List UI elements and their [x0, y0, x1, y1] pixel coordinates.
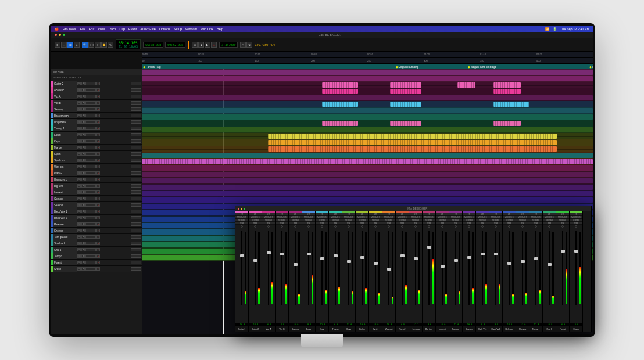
track-header[interactable]: AcousticSM● — [51, 87, 142, 93]
fader-cap[interactable] — [521, 260, 525, 263]
automation-mode[interactable] — [131, 159, 141, 162]
solo-button[interactable]: S — [77, 139, 81, 143]
mute-button[interactable]: M — [81, 82, 85, 85]
rec-arm-button[interactable]: ● — [96, 184, 100, 188]
fader-cap[interactable] — [507, 262, 511, 265]
rec-arm-button[interactable]: ● — [96, 114, 100, 117]
selector-tool-button[interactable]: I — [95, 42, 101, 48]
rec-arm-button[interactable]: ● — [96, 152, 100, 156]
fader-slot[interactable] — [455, 231, 456, 305]
channel-strip[interactable]: I/OMIX BUS Cno groupread-6.2Vox A — [262, 211, 276, 332]
track-view-selector[interactable] — [85, 95, 96, 98]
automation-mode[interactable] — [131, 114, 141, 117]
automation-mode[interactable] — [131, 152, 141, 156]
rec-arm-button[interactable]: ● — [96, 165, 100, 168]
pan-knob[interactable] — [575, 225, 577, 228]
rec-arm-button[interactable]: ● — [96, 171, 100, 175]
pan-knob[interactable] — [334, 225, 337, 228]
grabber-tool-button[interactable]: ✋ — [101, 42, 107, 48]
menu-item[interactable]: Help — [217, 27, 223, 31]
fader-cap[interactable] — [240, 254, 244, 257]
rec-arm-button[interactable]: ● — [96, 235, 100, 239]
solo-button[interactable]: S — [77, 254, 81, 258]
track-name[interactable]: Acoustic — [53, 87, 77, 93]
automation-mode[interactable] — [131, 235, 141, 239]
channel-name[interactable]: Sammy — [289, 326, 302, 332]
track-header[interactable]: Piano2SM● — [51, 170, 142, 177]
menu-item[interactable]: AudioSuite — [140, 27, 156, 31]
track-view-selector[interactable] — [85, 184, 96, 188]
solo-button[interactable]: S — [77, 114, 81, 117]
fader-slot[interactable] — [482, 231, 483, 305]
track-name[interactable]: Season — [53, 202, 77, 208]
solo-button[interactable]: S — [77, 146, 81, 149]
fader-slot[interactable] — [468, 231, 470, 305]
timeline-ruler[interactable]: 00:1000:2000:3000:4000:5001:0001:1001:20… — [142, 52, 593, 64]
pan-knob[interactable] — [495, 225, 497, 228]
track-view-selector[interactable] — [85, 165, 96, 168]
automation-mode[interactable] — [131, 146, 141, 149]
channel-name[interactable]: Vox A — [262, 326, 275, 332]
pan-knob[interactable] — [441, 225, 443, 228]
rewind-button[interactable]: ⏮ — [192, 42, 198, 48]
solo-button[interactable]: S — [77, 222, 81, 226]
menu-item[interactable]: View — [98, 27, 105, 31]
automation-mode[interactable] — [131, 133, 141, 136]
slip-mode-button[interactable]: ↔ — [61, 42, 67, 48]
solo-button[interactable]: S — [77, 235, 81, 239]
audio-clip[interactable] — [322, 89, 358, 94]
track-name[interactable]: Back Vox 1 — [53, 208, 77, 214]
track-name[interactable]: harvest — [53, 189, 77, 195]
audio-clip[interactable] — [142, 165, 593, 171]
channel-name[interactable]: Marker — [356, 326, 368, 332]
mute-button[interactable]: M — [81, 95, 85, 98]
audio-clip[interactable] — [142, 185, 593, 190]
fader-slot[interactable] — [335, 231, 336, 305]
mute-button[interactable]: M — [81, 178, 85, 181]
solo-button[interactable]: S — [77, 261, 81, 264]
fader-slot[interactable] — [362, 231, 363, 305]
menu-item[interactable]: Options — [159, 27, 170, 31]
fader-cap[interactable] — [267, 251, 271, 254]
channel-name[interactable]: Thump — [329, 326, 342, 332]
play-button[interactable]: ▶ — [205, 42, 210, 48]
fader-cap[interactable] — [374, 262, 378, 265]
metronome-button[interactable]: △ — [240, 42, 246, 48]
menu-item[interactable]: File — [80, 27, 85, 31]
automation-mode[interactable] — [131, 216, 141, 219]
channel-strip[interactable]: I/OMIX BUS Cno groupread-7.8Vox B — [276, 211, 289, 332]
automation-mode[interactable] — [131, 107, 141, 111]
audio-clip[interactable] — [142, 191, 593, 196]
fader-cap[interactable] — [307, 253, 311, 255]
track-name[interactable]: Big tom — [53, 183, 77, 189]
pan-knob[interactable] — [508, 225, 510, 228]
automation-mode[interactable] — [131, 242, 141, 245]
grid-mode-button[interactable]: ▦ — [67, 42, 73, 48]
rec-arm-button[interactable]: ● — [96, 222, 100, 226]
track-view-selector[interactable] — [85, 235, 96, 239]
main-counter[interactable]: 66:14.165 01:06:14:03 — [116, 39, 141, 49]
audio-clip[interactable] — [142, 95, 593, 100]
fader-slot[interactable] — [562, 231, 563, 305]
fader-cap[interactable] — [320, 257, 324, 260]
audio-clip[interactable] — [142, 153, 593, 158]
track-header[interactable]: Guitar 2SM● — [51, 81, 142, 87]
fader-slot[interactable] — [522, 231, 523, 305]
meter-display[interactable]: 4/4 — [270, 43, 275, 46]
mute-button[interactable]: M — [81, 254, 85, 258]
track-name[interactable]: Tempo — [53, 253, 77, 259]
marker-lane[interactable]: Familiar RugDisguise LandingWagon Tune o… — [142, 64, 593, 69]
audio-clip[interactable] — [322, 121, 358, 126]
track-view-selector[interactable] — [85, 120, 96, 124]
fader-cap[interactable] — [534, 257, 538, 260]
track-view-selector[interactable] — [85, 171, 96, 175]
pan-knob[interactable] — [294, 225, 296, 228]
track-view-selector[interactable] — [85, 178, 96, 181]
fader-cap[interactable] — [347, 260, 351, 263]
mix-window[interactable]: Mix: BE BIGGER I/OMIX BUS Cno groupread-… — [235, 206, 592, 332]
pan-knob[interactable] — [455, 225, 457, 228]
audio-clip[interactable] — [142, 159, 593, 164]
track-header[interactable]: SammySM● — [51, 106, 142, 113]
solo-button[interactable]: S — [77, 95, 81, 98]
track-header[interactable]: ReleaseSM● — [51, 221, 142, 228]
